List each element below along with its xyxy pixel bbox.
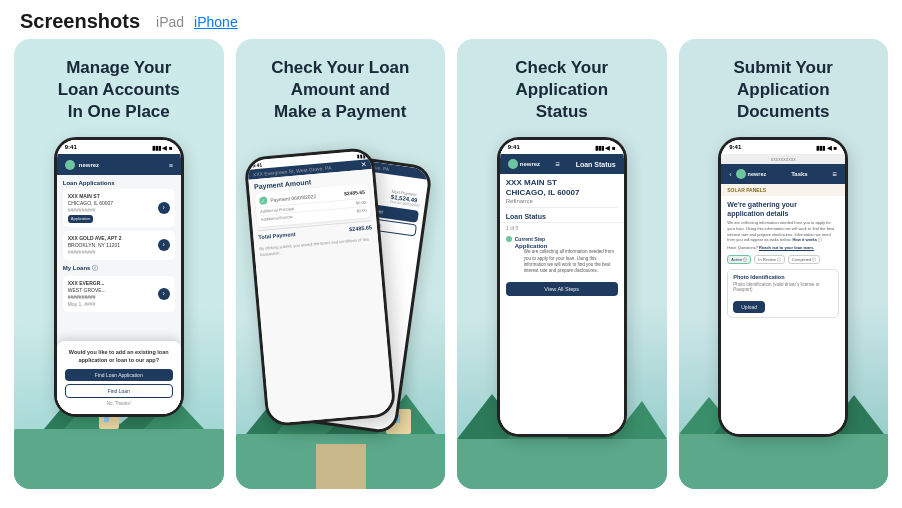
loan-status-title: Loan Status <box>500 211 624 223</box>
doc-desc: Photo Identification (valid driver's lic… <box>733 282 833 292</box>
loan-item-1-text: XXX MAIN ST CHICAGO, IL 60007 ##########… <box>68 193 113 223</box>
screen3-nav: newrez ≡ Loan Status <box>500 154 624 174</box>
loan-item-2-text: XXX GOLD AVE, APT 2 BROOKLYN, NY 11201 #… <box>68 235 122 256</box>
screenshot-card-3: Check Your Application Status 9:41 ▮▮▮ ◀… <box>457 39 667 489</box>
card1-content: Manage Your Loan Accounts In One Place 9… <box>28 57 210 417</box>
card2-content: Check Your Loan Amount and Make a Paymen… <box>250 57 432 437</box>
status-bar-3: 9:41 ▮▮▮ ◀ ■ <box>500 140 624 154</box>
status-tab-completed[interactable]: Completed ⓘ <box>788 255 820 264</box>
page-container: Screenshots iPad iPhone Manage Your Loan… <box>0 0 902 508</box>
document-item: Photo Identification Photo Identificatio… <box>727 269 839 318</box>
tasks-label: Tasks <box>791 171 808 177</box>
screenshot-card-4: Submit Your Application Documents 9:41 ▮… <box>679 39 889 489</box>
screen4-address-bar: xxxxxxxxxx <box>721 154 845 164</box>
svg-rect-14 <box>316 444 366 489</box>
newrez-logo-mark <box>65 160 75 170</box>
screen1-nav: newrez ≡ <box>57 154 181 175</box>
tasks-title-bar: ‹ newrez <box>729 169 766 179</box>
svg-rect-15 <box>457 439 667 489</box>
my-loan-item: XXX EVERGR... WEST GROVE... ########## M… <box>63 276 175 312</box>
screenshots-container: Manage Your Loan Accounts In One Place 9… <box>0 39 902 508</box>
gathering-title: We're gathering your application details <box>721 196 845 220</box>
status-tabs: Active ⓘ In Review ⓘ Completed ⓘ <box>721 253 845 267</box>
loan-item-1: XXX MAIN ST CHICAGO, IL 60007 ##########… <box>63 189 175 227</box>
step-indicator: 1 of 5 <box>500 223 624 233</box>
svg-rect-20 <box>679 434 889 489</box>
card3-title: Check Your Application Status <box>515 57 608 123</box>
loan-item-1-arrow: › <box>158 202 170 214</box>
view-all-steps-btn[interactable]: View All Steps <box>506 282 618 296</box>
loan-type: Refinance <box>500 198 624 207</box>
questions-text: Have Questions? Reach out to your loan t… <box>721 245 845 253</box>
status-bar-1: 9:41 ▮▮▮ ◀ ■ <box>57 140 181 154</box>
screenshot-card-2: Check Your Loan Amount and Make a Paymen… <box>236 39 446 489</box>
status-tab-active[interactable]: Active ⓘ <box>727 255 751 264</box>
step-label: Current Step <box>506 236 618 242</box>
my-loan-arrow: › <box>158 288 170 300</box>
tab-iphone[interactable]: iPhone <box>194 14 238 30</box>
loan-item-1-badge: Application <box>68 215 94 223</box>
card3-phone: 9:41 ▮▮▮ ◀ ■ newrez ≡ Loan Status XXX MA… <box>497 137 627 437</box>
loan-apps-label: Loan Applications <box>63 180 175 186</box>
status-step: Current Step Application We are collecti… <box>500 233 624 277</box>
upload-button[interactable]: Upload <box>733 301 765 313</box>
screen4-nav: ‹ newrez Tasks ≡ <box>721 164 845 184</box>
loan-item-2: XXX GOLD AVE, APT 2 BROOKLYN, NY 11201 #… <box>63 231 175 260</box>
card4-content: Submit Your Application Documents 9:41 ▮… <box>693 57 875 437</box>
gathering-desc: We are collecting information needed fro… <box>721 220 845 244</box>
no-thanks-link[interactable]: No, Thanks! <box>65 401 173 406</box>
solar-panels-label: SOLAR PANELS <box>721 184 845 196</box>
screenshot-card-1: Manage Your Loan Accounts In One Place 9… <box>14 39 224 489</box>
loan-item-2-arrow: › <box>158 239 170 251</box>
page-header: Screenshots iPad iPhone <box>0 0 902 39</box>
card1-screen: 9:41 ▮▮▮ ◀ ■ newrez ≡ Loan Applications <box>57 140 181 414</box>
step-dot <box>506 236 512 242</box>
current-step-text: Current Step <box>515 236 545 242</box>
card4-phone: 9:41 ▮▮▮ ◀ ■ xxxxxxxxxx ‹ newrez <box>718 137 848 437</box>
card2-phone-front: 9:41 ▮▮▮ XXX Evergreen St, West Grove, P… <box>244 147 397 427</box>
page-title: Screenshots <box>20 10 140 33</box>
card2-title: Check Your Loan Amount and Make a Paymen… <box>271 57 409 123</box>
card4-title: Submit Your Application Documents <box>734 57 834 123</box>
svg-rect-0 <box>14 429 224 489</box>
address-display: XXX MAIN STCHICAGO, IL 60007 <box>500 174 624 198</box>
card3-screen: 9:41 ▮▮▮ ◀ ■ newrez ≡ Loan Status XXX MA… <box>500 140 624 434</box>
find-loan-app-btn[interactable]: Find Loan Application <box>65 369 173 381</box>
card3-content: Check Your Application Status 9:41 ▮▮▮ ◀… <box>471 57 653 437</box>
my-loan-text: XXX EVERGR... WEST GROVE... ########## M… <box>68 280 106 308</box>
my-loans-section: My Loans ⓘ XXX EVERGR... WEST GROVE... #… <box>63 264 175 312</box>
modal-question: Would you like to add an existing loan a… <box>65 349 173 364</box>
find-loan-btn[interactable]: Find Loan <box>65 384 173 398</box>
newrez-logo-1: newrez <box>65 160 99 170</box>
card1-phone: 9:41 ▮▮▮ ◀ ■ newrez ≡ Loan Applications <box>54 137 184 417</box>
tab-ipad[interactable]: iPad <box>156 14 184 30</box>
card2-phone-stack: XXX Evergreen St, West Grove, PA Loan Da… <box>255 147 425 437</box>
my-loans-label: My Loans ⓘ <box>63 264 175 273</box>
add-loan-modal: Would you like to add an existing loan a… <box>57 341 181 414</box>
card1-title: Manage Your Loan Accounts In One Place <box>58 57 180 123</box>
status-bar-4: 9:41 ▮▮▮ ◀ ■ <box>721 140 845 154</box>
back-arrow-icon[interactable]: ‹ <box>729 171 731 178</box>
doc-title: Photo Identification <box>733 274 833 280</box>
status-tab-in-review[interactable]: In Review ⓘ <box>754 255 785 264</box>
step-description: We are collecting all information needed… <box>524 249 618 274</box>
card4-screen: 9:41 ▮▮▮ ◀ ■ xxxxxxxxxx ‹ newrez <box>721 140 845 434</box>
